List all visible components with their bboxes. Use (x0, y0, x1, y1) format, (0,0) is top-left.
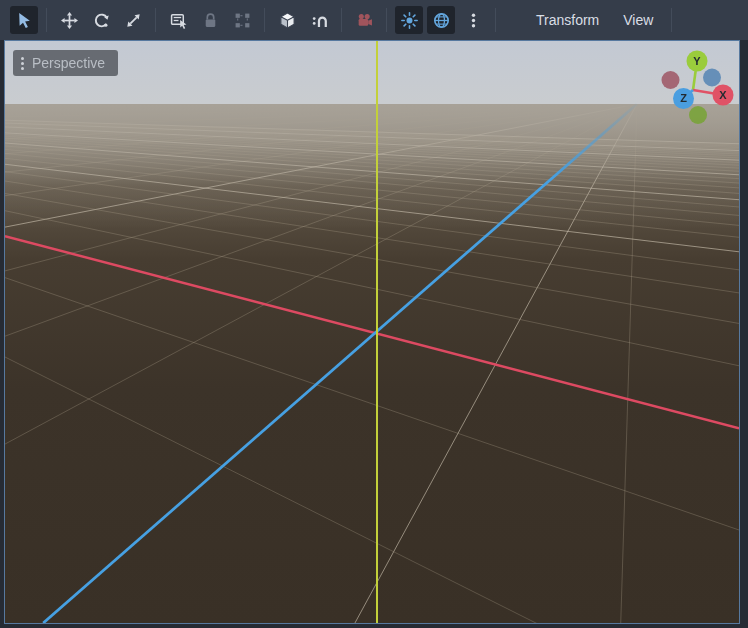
group-icon (234, 12, 251, 29)
scale-button[interactable] (119, 6, 147, 34)
globe-icon (433, 12, 450, 29)
gizmo-label-x: X (719, 89, 727, 101)
toolbar-separator (495, 8, 496, 32)
menu-view[interactable]: View (611, 6, 665, 34)
list-select-icon (170, 12, 187, 29)
gizmo-label-y: Y (693, 55, 701, 67)
gizmo-ball-y[interactable] (689, 106, 707, 124)
menu-transform[interactable]: Transform (524, 6, 611, 34)
select-button[interactable] (10, 6, 38, 34)
sun-button[interactable] (395, 6, 423, 34)
rotate-button[interactable] (87, 6, 115, 34)
kebab-icon (465, 12, 482, 29)
3d-viewport[interactable]: Perspective YXZ (4, 40, 740, 624)
gizmo-ball-z[interactable] (703, 69, 721, 87)
toolbar-separator (341, 8, 342, 32)
toolbar-separator (46, 8, 47, 32)
projection-label: Perspective (32, 55, 105, 71)
move-button[interactable] (55, 6, 83, 34)
toolbar-separator (155, 8, 156, 32)
orientation-gizmo[interactable]: YXZ (653, 47, 737, 127)
lock-button[interactable] (196, 6, 224, 34)
environment-button[interactable] (427, 6, 455, 34)
toolbar-separator (264, 8, 265, 32)
camera-preview-button[interactable] (350, 6, 378, 34)
gizmo-ball-x[interactable] (662, 71, 680, 89)
toolbar-separator (386, 8, 387, 32)
move-cross-icon (61, 12, 78, 29)
gizmo-label-z: Z (680, 92, 687, 104)
more-options-button[interactable] (459, 6, 487, 34)
local-space-button[interactable] (273, 6, 301, 34)
rotate-circle-icon (93, 12, 110, 29)
projection-dropdown[interactable]: Perspective (13, 50, 118, 76)
lock-icon (202, 12, 219, 29)
scene-canvas[interactable] (5, 41, 739, 623)
list-select-button[interactable] (164, 6, 192, 34)
snap-button[interactable] (305, 6, 333, 34)
sun-icon (401, 12, 418, 29)
magnet-icon (311, 12, 328, 29)
scale-arrows-icon (125, 12, 142, 29)
toolbar-separator (671, 8, 672, 32)
viewport-toolbar: Transform View (0, 0, 748, 40)
camera-icon (356, 12, 373, 29)
editor-window: Transform View Perspective YXZ (0, 0, 748, 628)
group-button[interactable] (228, 6, 256, 34)
toolbar-tools (8, 6, 502, 34)
cube-icon (279, 12, 296, 29)
cursor-arrow-icon (16, 12, 33, 29)
kebab-menu-icon (21, 57, 24, 70)
